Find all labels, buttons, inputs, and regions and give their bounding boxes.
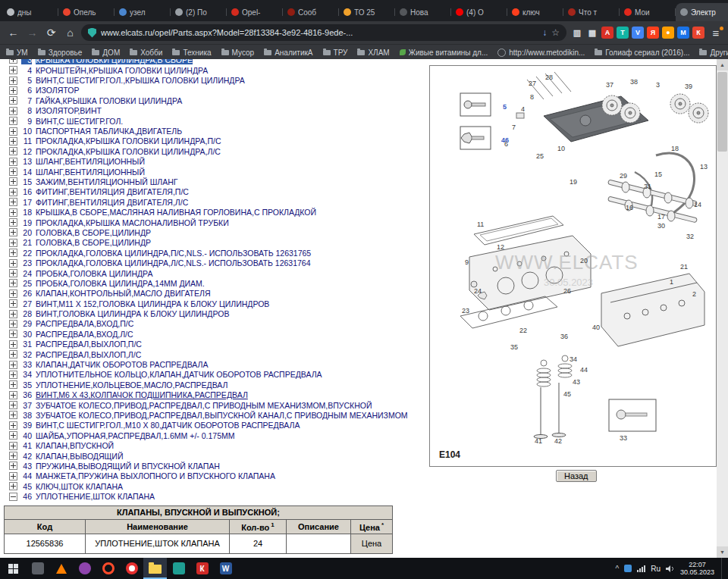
- parts-list-item[interactable]: 13ШЛАНГ,ВЕНТИЛЯЦИОННЫЙ: [3, 157, 428, 167]
- browser-tab[interactable]: Нова: [395, 3, 451, 21]
- parts-list-item[interactable]: 34УПЛОТНИТЕЛЬНОЕ КОЛЬЦО,КЛАПАН,ДАТЧИК ОБ…: [3, 370, 428, 380]
- browser-tab[interactable]: Электр×: [676, 3, 728, 21]
- parts-list-item[interactable]: 28ВИНТ,ГОЛОВКА ЦИЛИНДРА К БЛОКУ ЦИЛИНДРО…: [3, 308, 428, 318]
- taskbar-app-utility[interactable]: [26, 558, 49, 579]
- show-desktop-button[interactable]: [721, 558, 726, 579]
- part-label[interactable]: УПЛОТНЕНИЕ,ШТОК КЛАПАНА: [36, 492, 155, 501]
- expand-icon[interactable]: [9, 299, 17, 308]
- back-button[interactable]: ←: [5, 24, 22, 42]
- part-label[interactable]: ПАСПОРТНАЯ ТАБЛИЧКА,ДВИГАТЕЛЬ: [36, 127, 182, 136]
- expand-icon[interactable]: [9, 431, 17, 440]
- expand-icon[interactable]: [9, 330, 17, 338]
- parts-list-item[interactable]: 18КРЫШКА,В СБОРЕ,МАСЛЯНАЯ НАЛИВНАЯ ГОРЛО…: [3, 207, 428, 217]
- taskbar-app-browser[interactable]: [120, 558, 143, 579]
- parts-list-item[interactable]: 20ГОЛОВКА,В СБОРЕ,ЦИЛИНДР: [3, 227, 428, 237]
- part-label[interactable]: ПРОБКА,ГОЛОВКА ЦИЛИНДРА: [36, 269, 152, 278]
- browser-menu-button[interactable]: ≡: [710, 27, 722, 39]
- tray-shield-icon[interactable]: [624, 565, 632, 572]
- scrollbar-thumb[interactable]: [717, 72, 727, 152]
- expand-icon[interactable]: [9, 177, 17, 186]
- parts-list-item[interactable]: 8ИЗОЛЯТОР,ВИНТ: [3, 106, 428, 116]
- page-scrollbar[interactable]: ▲ ▼: [717, 59, 728, 558]
- language-indicator[interactable]: Ru: [651, 565, 661, 573]
- parts-list-item[interactable]: 45КЛЮЧ,ШТОК КЛАПАНА: [3, 481, 428, 491]
- parts-list-item[interactable]: 12ПРОКЛАДКА,КРЫШКА ГОЛОВКИ ЦИЛИНДРА,Л/С: [3, 146, 428, 156]
- browser-tab[interactable]: Опель: [58, 3, 115, 21]
- bookmark-item[interactable]: Мусор: [221, 49, 255, 57]
- parts-list-item[interactable]: 22ПРОКЛАДКА,ГОЛОВКА ЦИЛИНДРА,П/С,NLS.- И…: [3, 248, 428, 258]
- parts-list-item[interactable]: 16ФИТИНГ,ВЕНТИЛЯЦИЯ ДВИГАТЕЛЯ,П/С: [3, 187, 428, 197]
- expand-icon[interactable]: [9, 228, 17, 236]
- refresh-button[interactable]: ⟳: [42, 24, 60, 42]
- reading-panels-icon[interactable]: ▥: [571, 27, 583, 39]
- parts-list-item[interactable]: 10ПАСПОРТНАЯ ТАБЛИЧКА,ДВИГАТЕЛЬ: [3, 126, 428, 136]
- scroll-up-button[interactable]: ▲: [717, 59, 728, 70]
- parts-list-item[interactable]: 29РАСПРЕДВАЛА,ВХОД,П/С: [3, 319, 428, 329]
- volume-icon[interactable]: [666, 565, 675, 573]
- parts-list-item[interactable]: 35УПЛОТНЕНИЕ,КОЛЬЦЕВОЕ,МАСЛО,РАСПРЕДВАЛ: [3, 380, 428, 390]
- price-link[interactable]: Цена: [351, 534, 393, 553]
- parts-list-item[interactable]: 17ФИТИНГ,ВЕНТИЛЯЦИЯ ДВИГАТЕЛЯ,Л/С: [3, 197, 428, 207]
- expand-icon[interactable]: [9, 66, 17, 74]
- expand-icon[interactable]: [9, 59, 17, 64]
- expand-icon[interactable]: [9, 320, 17, 328]
- parts-list-item[interactable]: 14ШЛАНГ,ВЕНТИЛЯЦИОННЫЙ: [3, 167, 428, 177]
- parts-list-item[interactable]: 36ВИНТ,М6 X 43,КОЛПАЧОК ПОДШИПНИКА,РАСПР…: [3, 390, 428, 400]
- part-label[interactable]: ШАЙБА,УПОРНАЯ,РАСПРЕДВАЛ,1.6ММ +/- 0.175…: [36, 431, 235, 440]
- parts-list-clipped-row[interactable]: 3 КРЫШКА ГОЛОВКИ ЦИЛИНДРА,В СБОРЕ: [3, 59, 428, 65]
- taskbar-app-opera[interactable]: [96, 558, 120, 579]
- expand-icon[interactable]: [9, 371, 17, 379]
- part-label[interactable]: КРОНШТЕЙН,КРЫШКА ГОЛОВКИ ЦИЛИНДРА: [36, 66, 208, 75]
- browser-tab[interactable]: Сооб: [283, 3, 339, 21]
- taskbar-app-red[interactable]: К: [190, 558, 214, 579]
- expand-icon[interactable]: [9, 472, 17, 480]
- part-label[interactable]: ПРОКЛАДКА,ГОЛОВКА ЦИЛИНДРА,Л/С,NLS.- ИСП…: [36, 258, 311, 268]
- parts-list-item[interactable]: 43ПРУЖИНА,ВЫВОДЯЩИЙ И ВПУСКНОЙ КЛАПАН: [3, 461, 428, 471]
- tray-expand-icon[interactable]: ^: [615, 565, 619, 573]
- part-label[interactable]: ВИНТ,М6 X 43,КОЛПАЧОК ПОДШИПНИКА,РАСПРЕД…: [36, 390, 248, 399]
- back-button-page[interactable]: Назад: [556, 470, 597, 482]
- yandex-icon[interactable]: Я: [647, 27, 659, 39]
- parts-list-item[interactable]: 5ВИНТ,С ШЕСТИГР.ГОЛ.,КРЫШКА ГОЛОВКИ ЦИЛИ…: [3, 75, 428, 85]
- parts-list-item[interactable]: 15ЗАЖИМ,ВЕНТИЛЯЦИОННЫЙ ШЛАНГ: [3, 177, 428, 186]
- parts-list-item[interactable]: 27ВИНТ,М11 X 152,ГОЛОВКА ЦИЛИНДРА К БЛОК…: [3, 299, 428, 308]
- expand-icon[interactable]: [9, 482, 17, 490]
- part-label[interactable]: ШЛАНГ,ВЕНТИЛЯЦИОННЫЙ: [36, 157, 145, 166]
- expand-icon[interactable]: [9, 361, 17, 369]
- part-label[interactable]: ВИНТ,С ШЕСТИГР.ГОЛ.,КРЫШКА ГОЛОВКИ ЦИЛИН…: [36, 76, 245, 85]
- expand-icon[interactable]: [9, 290, 17, 298]
- kino-icon[interactable]: К: [692, 27, 704, 39]
- part-label[interactable]: ПРОКЛАДКА,КРЫШКА МАСЛОНАЛИВНОЙ ТРУБКИ: [36, 218, 229, 227]
- part-label[interactable]: КЛАПАН,ВЫВОДЯЩИЙ: [36, 452, 123, 461]
- expand-icon[interactable]: [9, 96, 17, 105]
- expand-icon[interactable]: [9, 86, 17, 95]
- part-label[interactable]: КЛАПАН,КОНТРОЛЬНЫЙ,МАСЛО ДВИГАТЕЛЯ: [36, 289, 211, 298]
- parts-list-item[interactable]: 23ПРОКЛАДКА,ГОЛОВКА ЦИЛИНДРА,Л/С,NLS.- И…: [3, 258, 428, 268]
- parts-list-item[interactable]: 7ГАЙКА,КРЫШКА ГОЛОВКИ ЦИЛИНДРА: [3, 95, 428, 105]
- start-button[interactable]: [0, 558, 26, 579]
- expand-icon[interactable]: [9, 147, 17, 155]
- part-label[interactable]: ГАЙКА,КРЫШКА ГОЛОВКИ ЦИЛИНДРА: [36, 96, 182, 105]
- taskbar-app-word[interactable]: W: [214, 558, 237, 579]
- home-button[interactable]: ⌂: [61, 24, 79, 42]
- part-label[interactable]: ЗУБЧАТОЕ КОЛЕСО,ПРИВОД,РАСПРЕДВАЛ,ВЫПУСК…: [36, 411, 408, 420]
- part-label[interactable]: УПЛОТНИТЕЛЬНОЕ КОЛЬЦО,КЛАПАН,ДАТЧИК ОБОР…: [36, 370, 322, 379]
- address-bar[interactable]: www.elcats.ru/opel/Parts.aspx?Model=28f1…: [81, 24, 566, 41]
- bookmark-item[interactable]: Здоровье: [38, 49, 83, 57]
- parts-list-item[interactable]: 42КЛАПАН,ВЫВОДЯЩИЙ: [3, 451, 428, 461]
- part-label[interactable]: ФИТИНГ,ВЕНТИЛЯЦИЯ ДВИГАТЕЛЯ,П/С: [36, 187, 189, 196]
- bookmark-item[interactable]: Техника: [172, 49, 211, 57]
- parts-list-item[interactable]: 26КЛАПАН,КОНТРОЛЬНЫЙ,МАСЛО ДВИГАТЕЛЯ: [3, 289, 428, 299]
- part-label[interactable]: ВИНТ,ГОЛОВКА ЦИЛИНДРА К БЛОКУ ЦИЛИНДРОВ: [36, 309, 229, 318]
- part-label[interactable]: РАСПРЕДВАЛ,ВЫХЛОП,Л/С: [36, 350, 141, 359]
- expand-icon[interactable]: [9, 350, 17, 358]
- expand-icon[interactable]: [9, 107, 17, 115]
- expand-icon[interactable]: [9, 188, 17, 196]
- parts-list-item[interactable]: 32РАСПРЕДВАЛ,ВЫХЛОП,Л/С: [3, 349, 428, 359]
- part-label[interactable]: ЗАЖИМ,ВЕНТИЛЯЦИОННЫЙ ШЛАНГ: [36, 177, 177, 186]
- parts-list-item[interactable]: 11ПРОКЛАДКА,КРЫШКА ГОЛОВКИ ЦИЛИНДРА,П/С: [3, 136, 428, 146]
- parts-list-item[interactable]: 9ВИНТ,С ШЕСТИГР.ГОЛ.: [3, 116, 428, 126]
- expand-icon[interactable]: [9, 259, 17, 268]
- expand-icon[interactable]: [9, 249, 17, 257]
- bookmark-item[interactable]: ХЛАМ: [357, 49, 389, 57]
